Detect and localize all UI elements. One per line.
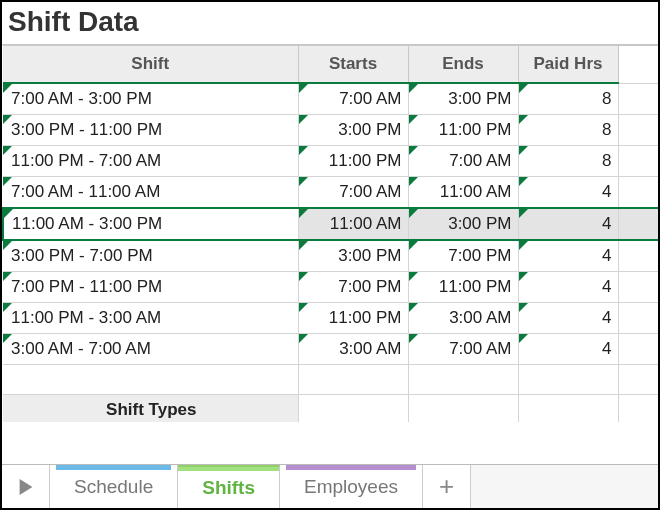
cell-starts[interactable]: 3:00 PM <box>298 115 408 146</box>
shift-table: Shift Starts Ends Paid Hrs 7:00 AM - 3:0… <box>2 45 658 422</box>
cell-ends[interactable]: 7:00 AM <box>408 334 518 365</box>
cell-empty[interactable] <box>618 177 658 209</box>
table-row[interactable]: 7:00 AM - 11:00 AM7:00 AM11:00 AM4 <box>3 177 658 209</box>
table-header-row: Shift Starts Ends Paid Hrs <box>3 46 658 84</box>
cell-starts[interactable]: 3:00 PM <box>298 240 408 272</box>
table-row[interactable]: 11:00 PM - 7:00 AM11:00 PM7:00 AM8 <box>3 146 658 177</box>
col-header-ends[interactable]: Ends <box>408 46 518 84</box>
tab-label: Schedule <box>74 476 153 498</box>
tab-label: Employees <box>304 476 398 498</box>
tab-employees[interactable]: Employees <box>280 465 423 508</box>
cell-empty[interactable] <box>408 395 518 423</box>
svg-marker-0 <box>19 479 32 495</box>
cell-empty[interactable] <box>618 115 658 146</box>
table-row-empty[interactable] <box>3 365 658 395</box>
table-row[interactable]: 3:00 PM - 11:00 PM3:00 PM11:00 PM8 <box>3 115 658 146</box>
table-row[interactable]: 11:00 PM - 3:00 AM11:00 PM3:00 AM4 <box>3 303 658 334</box>
cell-starts[interactable]: 7:00 AM <box>298 83 408 115</box>
cell-paid[interactable]: 4 <box>518 177 618 209</box>
col-header-starts[interactable]: Starts <box>298 46 408 84</box>
section-header-row: Shift Types <box>3 395 658 423</box>
cell-ends[interactable]: 3:00 PM <box>408 208 518 240</box>
tab-label: Shifts <box>202 477 255 499</box>
cell-paid[interactable]: 4 <box>518 240 618 272</box>
cell-paid[interactable]: 4 <box>518 303 618 334</box>
cell-paid[interactable]: 8 <box>518 83 618 115</box>
cell-shift[interactable]: 7:00 AM - 3:00 PM <box>3 83 298 115</box>
col-header-paid[interactable]: Paid Hrs <box>518 46 618 84</box>
cell-empty[interactable] <box>618 146 658 177</box>
cell-paid[interactable]: 8 <box>518 115 618 146</box>
table-row[interactable]: 11:00 AM - 3:00 PM11:00 AM3:00 PM4 <box>3 208 658 240</box>
cell-ends[interactable]: 11:00 AM <box>408 177 518 209</box>
cell-paid[interactable]: 4 <box>518 208 618 240</box>
cell-paid[interactable]: 4 <box>518 334 618 365</box>
cell-shift[interactable]: 11:00 AM - 3:00 PM <box>3 208 298 240</box>
table-row[interactable]: 7:00 PM - 11:00 PM7:00 PM11:00 PM4 <box>3 272 658 303</box>
table-row[interactable]: 3:00 AM - 7:00 AM3:00 AM7:00 AM4 <box>3 334 658 365</box>
cell-empty[interactable] <box>618 240 658 272</box>
cell-empty[interactable] <box>618 365 658 395</box>
cell-empty[interactable] <box>618 208 658 240</box>
cell-ends[interactable]: 3:00 PM <box>408 83 518 115</box>
cell-empty[interactable] <box>618 303 658 334</box>
plus-icon: + <box>439 471 454 502</box>
cell-starts[interactable]: 11:00 AM <box>298 208 408 240</box>
cell-paid[interactable]: 4 <box>518 272 618 303</box>
cell-shift[interactable]: 7:00 PM - 11:00 PM <box>3 272 298 303</box>
cell-shift[interactable]: 3:00 PM - 11:00 PM <box>3 115 298 146</box>
cell-starts[interactable]: 3:00 AM <box>298 334 408 365</box>
table-row[interactable]: 7:00 AM - 3:00 PM7:00 AM3:00 PM8 <box>3 83 658 115</box>
tab-schedule[interactable]: Schedule <box>50 465 178 508</box>
cell-shift[interactable]: 11:00 PM - 3:00 AM <box>3 303 298 334</box>
cell-ends[interactable]: 11:00 PM <box>408 272 518 303</box>
cell-shift[interactable]: 3:00 AM - 7:00 AM <box>3 334 298 365</box>
table-row[interactable]: 3:00 PM - 7:00 PM3:00 PM7:00 PM4 <box>3 240 658 272</box>
cell-empty[interactable] <box>618 83 658 115</box>
cell-empty[interactable] <box>298 395 408 423</box>
play-icon <box>18 479 34 495</box>
cell-empty[interactable] <box>618 395 658 423</box>
cell-starts[interactable]: 7:00 PM <box>298 272 408 303</box>
cell-ends[interactable]: 11:00 PM <box>408 115 518 146</box>
cell-empty[interactable] <box>298 365 408 395</box>
sheet-nav-button[interactable] <box>2 465 50 508</box>
sheet-tab-bar: Schedule Shifts Employees + <box>2 464 658 508</box>
cell-ends[interactable]: 3:00 AM <box>408 303 518 334</box>
cell-empty[interactable] <box>618 334 658 365</box>
cell-starts[interactable]: 11:00 PM <box>298 146 408 177</box>
page-title: Shift Data <box>2 2 658 45</box>
tab-shifts[interactable]: Shifts <box>178 465 280 508</box>
cell-empty[interactable] <box>518 395 618 423</box>
cell-starts[interactable]: 11:00 PM <box>298 303 408 334</box>
cell-ends[interactable]: 7:00 PM <box>408 240 518 272</box>
cell-paid[interactable]: 8 <box>518 146 618 177</box>
cell-shift[interactable]: 3:00 PM - 7:00 PM <box>3 240 298 272</box>
cell-ends[interactable]: 7:00 AM <box>408 146 518 177</box>
section-header-shift-types[interactable]: Shift Types <box>3 395 298 423</box>
cell-empty[interactable] <box>618 272 658 303</box>
cell-empty[interactable] <box>3 365 298 395</box>
cell-empty[interactable] <box>408 365 518 395</box>
cell-starts[interactable]: 7:00 AM <box>298 177 408 209</box>
col-header-shift[interactable]: Shift <box>3 46 298 84</box>
add-sheet-button[interactable]: + <box>423 465 471 508</box>
cell-shift[interactable]: 7:00 AM - 11:00 AM <box>3 177 298 209</box>
cell-empty[interactable] <box>518 365 618 395</box>
cell-shift[interactable]: 11:00 PM - 7:00 AM <box>3 146 298 177</box>
